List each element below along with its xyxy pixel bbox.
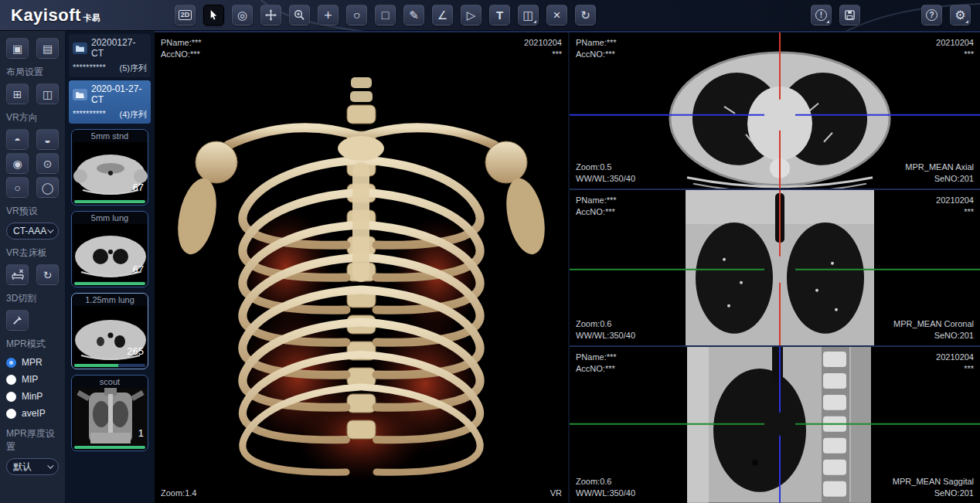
vr-type-overlay: VR bbox=[550, 488, 562, 499]
tool-delete-button[interactable]: × bbox=[546, 5, 567, 25]
vr-viewport[interactable]: PName:***AccNO:*** 20210204*** Zoom:1.4 … bbox=[155, 32, 568, 503]
vr-preset-select[interactable]: CT-AAA bbox=[6, 223, 59, 240]
tool-2d-view-button[interactable]: 2D bbox=[175, 5, 196, 25]
head-front-icon: ◓ bbox=[14, 134, 20, 146]
vr-reset-button[interactable]: ↻ bbox=[36, 264, 59, 285]
vr-direction-left-button[interactable]: ◉ bbox=[6, 153, 29, 174]
grid-1x2-layout-button[interactable]: ◫ bbox=[36, 83, 59, 104]
help-icon: ? bbox=[926, 9, 937, 21]
mpr-thickness-select[interactable]: 默认 bbox=[6, 458, 59, 475]
sagittal-study-overlay: 20210204*** bbox=[936, 352, 974, 375]
radio-label: MPR bbox=[22, 357, 43, 368]
coronal-patient-overlay: PName:***AccNO:*** bbox=[576, 195, 617, 218]
mpr-thickness-label: MPR厚度设置 bbox=[6, 427, 59, 454]
tool-ellipse-button[interactable]: ○ bbox=[346, 5, 367, 25]
info-icon: ! bbox=[815, 9, 827, 21]
radio-button bbox=[6, 409, 16, 419]
tool-cobb-angle-button[interactable]: ▷ bbox=[461, 5, 481, 25]
toolbar-secondary-group: ! bbox=[811, 5, 860, 25]
gear-icon: ⚙ bbox=[954, 9, 965, 22]
tool-cine-button[interactable]: ◎ bbox=[232, 5, 253, 25]
vr-study-overlay: 20210204*** bbox=[524, 37, 562, 60]
thumbnail-image-count: 67 bbox=[133, 182, 144, 193]
thumbnail-label: scout bbox=[73, 377, 146, 388]
grid-2x2-layout-button[interactable]: ⊞ bbox=[6, 83, 29, 104]
radio-mip[interactable]: MIP bbox=[6, 374, 59, 385]
tool-save-button[interactable] bbox=[839, 5, 860, 25]
3d-cut-label: 3D切割 bbox=[6, 292, 59, 305]
vr-patient-overlay: PName:***AccNO:*** bbox=[161, 37, 202, 60]
vr-direction-right-button[interactable]: ⊙ bbox=[36, 153, 59, 174]
vr-direction-bottom-button[interactable]: ◯ bbox=[36, 177, 59, 198]
tool-crosshair-button[interactable]: + bbox=[318, 5, 339, 25]
head-bottom-icon: ◯ bbox=[42, 182, 54, 194]
viewer-layout-icon: ▣ bbox=[12, 42, 22, 55]
app-logo-text: Kayisoft bbox=[11, 5, 81, 25]
reset-icon: ↻ bbox=[43, 269, 53, 281]
remove-bed-button[interactable] bbox=[6, 264, 29, 285]
tool-pan-button[interactable] bbox=[260, 5, 281, 25]
vr-bed-removal-label: VR去床板 bbox=[6, 246, 59, 260]
study-item-2-selected[interactable]: 2020-01-27-CT ********** (4)序列 bbox=[69, 80, 151, 124]
delete-icon: × bbox=[553, 8, 561, 22]
series-thumbnail-125mm-lung[interactable]: 1.25mm lung 265 bbox=[71, 293, 148, 369]
thumbnail-image: 67 bbox=[73, 142, 148, 199]
radio-mpr[interactable]: MPR bbox=[6, 357, 59, 368]
series-thumbnail-5mm-lung[interactable]: 5mm lung 67 bbox=[71, 211, 148, 287]
sternum bbox=[352, 162, 369, 282]
tool-info-button[interactable]: ! bbox=[811, 5, 832, 25]
layout-settings-label: 布局设置 bbox=[6, 66, 59, 79]
axial-zoom-overlay: Zoom:0.5WW/WL:350/40 bbox=[576, 161, 635, 185]
cine-icon: ◎ bbox=[237, 9, 247, 21]
study-series-count: (5)序列 bbox=[120, 63, 147, 74]
thumbnail-image-count: 1 bbox=[138, 427, 144, 439]
chevron-down-icon bbox=[47, 462, 53, 468]
ellipse-icon: ○ bbox=[353, 9, 361, 22]
toolbar-right-group: ? ⚙ bbox=[921, 5, 971, 25]
magnifier-icon bbox=[294, 9, 305, 21]
series-thumbnail-5mm-stnd[interactable]: 5mm stnd 67 bbox=[71, 129, 148, 206]
viewer-layout-button[interactable]: ▣ bbox=[6, 38, 29, 59]
mpr-coronal-viewport[interactable]: PName:***AccNO:*** 20210204*** Zoom:0.6W… bbox=[570, 189, 980, 346]
thumbnail-image-count: 67 bbox=[133, 263, 144, 275]
radio-button bbox=[6, 375, 16, 385]
series-thumbnail-scout[interactable]: scout 1 bbox=[71, 375, 148, 451]
tool-zoom-button[interactable] bbox=[289, 5, 310, 25]
report-layout-button[interactable]: ▤ bbox=[36, 38, 59, 59]
radio-minp[interactable]: MinP bbox=[6, 391, 59, 402]
study-series-count: (4)序列 bbox=[120, 109, 147, 121]
vr-direction-back-button[interactable]: ◒ bbox=[36, 129, 59, 150]
mpr-sagittal-viewport[interactable]: PName:***AccNO:*** 20210204*** Zoom:0.6W… bbox=[570, 345, 980, 503]
left-sidebar: ▣ ▤ 布局设置 ⊞ ◫ VR方向 ◓ ◒ ◉ ⊙ ○ ◯ VR预设 CT-AA… bbox=[0, 31, 65, 503]
thumbnail-label: 5mm lung bbox=[73, 213, 146, 224]
toolbar-main-group: 2D ◎ + ○ □ ✎ ∠ ▷ T ◫ × ↻ bbox=[175, 5, 596, 25]
tool-angle-button[interactable]: ∠ bbox=[432, 5, 453, 25]
tool-window-level-button[interactable]: ◫ bbox=[518, 5, 539, 25]
coronal-type-overlay: MPR_MEAN CoronalSeNO:201 bbox=[893, 318, 974, 342]
thumbnail-image: 67 bbox=[73, 224, 148, 281]
radio-aveip[interactable]: aveIP bbox=[6, 408, 59, 419]
coronal-zoom-overlay: Zoom:0.6WW/WL:350/40 bbox=[576, 318, 635, 342]
scalpel-button[interactable] bbox=[6, 310, 29, 331]
tool-help-button[interactable]: ? bbox=[921, 5, 942, 25]
viewer-area: PName:***AccNO:*** 20210204*** Zoom:1.4 … bbox=[155, 31, 980, 503]
save-icon bbox=[844, 9, 856, 21]
thumbnail-progress-bar bbox=[74, 200, 145, 203]
tool-measure-button[interactable]: ✎ bbox=[403, 5, 424, 25]
tool-text-annotation-button[interactable]: T bbox=[489, 5, 510, 25]
radio-button bbox=[6, 392, 16, 402]
vr-direction-front-button[interactable]: ◓ bbox=[6, 129, 29, 150]
thumbnail-image-count: 265 bbox=[127, 345, 144, 357]
tool-settings-button[interactable]: ⚙ bbox=[950, 5, 971, 25]
tool-select-button[interactable] bbox=[203, 5, 224, 25]
pencil-icon: ✎ bbox=[409, 9, 419, 21]
tool-reset-button[interactable]: ↻ bbox=[575, 5, 596, 25]
thumbnail-image: 265 bbox=[73, 306, 148, 363]
study-item-1[interactable]: 20200127-CT ********** (5)序列 bbox=[69, 34, 151, 77]
coronal-study-overlay: 20210204*** bbox=[936, 195, 974, 218]
tool-rectangle-button[interactable]: □ bbox=[375, 5, 396, 25]
vr-direction-top-button[interactable]: ○ bbox=[6, 177, 29, 198]
mpr-axial-viewport[interactable]: PName:***AccNO:*** 20210204*** Zoom:0.5W… bbox=[570, 32, 980, 189]
vr-ribcage-render bbox=[155, 32, 568, 503]
radio-label: MIP bbox=[22, 374, 38, 385]
